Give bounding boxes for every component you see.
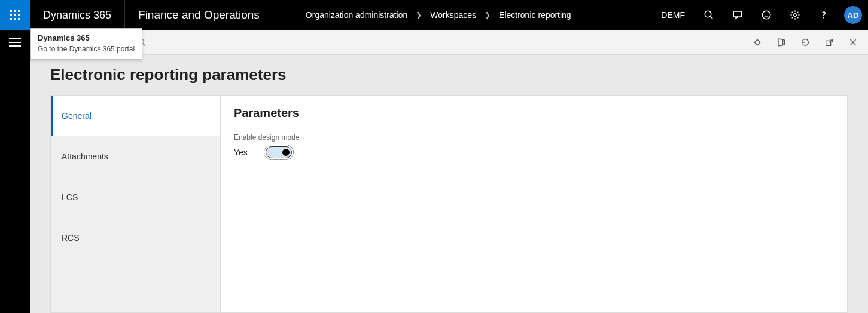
breadcrumb-item[interactable]: Workspaces (430, 10, 476, 20)
svg-rect-2 (18, 10, 20, 12)
page-title: Electronic reporting parameters (50, 66, 848, 84)
popout-button[interactable] (823, 36, 836, 49)
svg-rect-1 (14, 10, 16, 12)
chevron-right-icon: ❯ (485, 11, 491, 19)
field-value-design-mode: Yes (234, 148, 248, 157)
close-icon (848, 38, 858, 47)
breadcrumb: Organization administration ❯ Workspaces… (306, 0, 571, 30)
svg-point-15 (794, 14, 797, 17)
hamburger-button[interactable] (9, 38, 21, 49)
svg-rect-3 (10, 14, 12, 16)
svg-rect-22 (754, 39, 760, 45)
form-panel: General Attachments LCS RCS Parameters E… (50, 95, 848, 313)
messages-button[interactable] (723, 0, 752, 30)
svg-rect-5 (18, 14, 20, 16)
tooltip-text: Go to the Dynamics 365 portal (38, 45, 135, 53)
toggle-design-mode[interactable] (266, 146, 292, 158)
svg-rect-7 (14, 18, 16, 20)
help-icon (818, 10, 829, 20)
smile-icon (761, 10, 772, 20)
waffle-icon (10, 10, 20, 20)
help-button[interactable] (809, 0, 838, 30)
svg-point-9 (705, 11, 711, 17)
tab-general[interactable]: General (51, 96, 220, 136)
module-title: Finance and Operations (125, 0, 273, 30)
nav-rail (0, 30, 30, 313)
svg-point-16 (823, 17, 824, 19)
tooltip-title: Dynamics 365 (38, 33, 135, 42)
chat-icon (732, 10, 743, 20)
svg-rect-11 (733, 11, 742, 17)
field-label-design-mode: Enable design mode (234, 133, 834, 142)
gear-icon (790, 10, 800, 20)
breadcrumb-item[interactable]: Organization administration (306, 10, 407, 20)
svg-point-12 (762, 11, 770, 19)
svg-point-13 (765, 14, 766, 15)
office-icon (776, 38, 786, 47)
top-bar: Dynamics 365 Finance and Operations Orga… (0, 0, 868, 30)
tab-rcs[interactable]: RCS (51, 217, 220, 258)
search-button[interactable] (695, 0, 723, 30)
tab-attachments[interactable]: Attachments (51, 136, 220, 177)
popout-icon (824, 38, 834, 47)
settings-button[interactable] (781, 0, 809, 30)
svg-rect-0 (10, 10, 12, 12)
toggle-knob (282, 149, 290, 156)
refresh-button[interactable] (799, 36, 812, 49)
office-button[interactable] (775, 36, 788, 49)
section-title: Parameters (234, 106, 834, 120)
hamburger-icon (9, 38, 21, 47)
svg-rect-8 (18, 18, 20, 20)
svg-line-21 (143, 44, 145, 46)
brand-link[interactable]: Dynamics 365 (30, 0, 125, 30)
chevron-right-icon: ❯ (416, 11, 422, 19)
breadcrumb-item[interactable]: Electronic reporting (499, 10, 571, 20)
close-button[interactable] (846, 36, 860, 49)
vertical-tabs: General Attachments LCS RCS (51, 96, 221, 312)
app-launcher-button[interactable] (0, 0, 30, 30)
feedback-button[interactable] (752, 0, 781, 30)
svg-line-10 (710, 16, 713, 19)
svg-rect-6 (10, 18, 12, 20)
diamond-icon (753, 38, 762, 47)
legal-entity-picker[interactable]: DEMF (651, 0, 695, 30)
tab-lcs[interactable]: LCS (51, 177, 220, 217)
action-bar: OPTIONS (30, 30, 868, 55)
svg-point-14 (768, 14, 769, 15)
refresh-icon (800, 38, 810, 47)
user-avatar[interactable]: AD (844, 6, 862, 24)
svg-rect-4 (14, 14, 16, 16)
search-icon (703, 10, 714, 20)
tooltip-card: Dynamics 365 Go to the Dynamics 365 port… (30, 28, 142, 60)
attach-button[interactable] (751, 36, 764, 49)
